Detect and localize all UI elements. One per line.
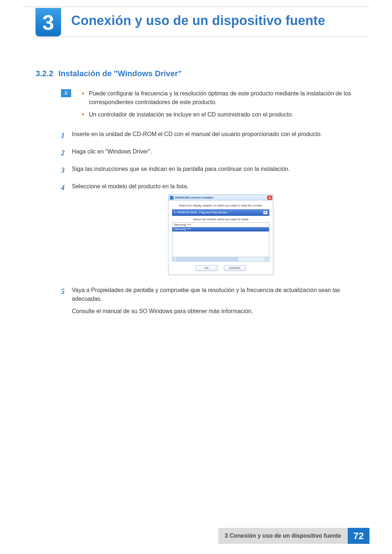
adapter-dropdown[interactable]: 1. RADEON 9550 : Plug and Play Monitor ▾ [172,209,269,216]
scroll-left-icon[interactable]: ‹ [172,257,177,261]
bullet-dot-icon [82,114,84,115]
step: 1 Inserte en la unidad de CD-ROM el CD c… [61,130,369,142]
section-title: Instalación de "Windows Driver" [58,69,182,78]
section-number: 3.2.2 [36,69,53,78]
note-bullet: Un controlador de instalación se incluye… [82,110,369,119]
close-button[interactable]: × [267,196,272,200]
cancel-button-label: CANCEL [229,266,241,270]
page-footer: 3 Conexión y uso de un dispositivo fuent… [0,528,392,544]
chapter-number: 3 [42,10,54,34]
step: 4 Seleccione el modelo del producto en l… [61,182,369,281]
note-block: K Puede configurar la frecuencia y la re… [61,89,369,123]
list-item[interactable]: Samsung **** [172,223,269,227]
step-aftertext: Consulte el manual de su SO Windows para… [72,307,369,316]
adapter-selected: 1. RADEON 9550 : Plug and Play Monitor [174,210,228,215]
scroll-right-icon[interactable]: › [265,257,269,261]
bullet-dot-icon [82,93,84,94]
step-number: 4 [61,182,70,193]
step-list: 1 Inserte en la unidad de CD-ROM el CD c… [61,130,369,319]
installer-dialog: SAMSUNG monitor installer × Select the d… [168,194,273,275]
ok-button[interactable]: OK [196,265,217,271]
chapter-underline [36,36,369,37]
note-bullet-list: Puede configurar la frecuencia y la reso… [82,89,369,123]
step-text: Haga clic en "Windows Driver". [72,147,369,156]
chapter-title: Conexión y uso de un dispositivo fuente [71,13,369,28]
chapter-number-badge: 3 [36,8,61,36]
list-item[interactable]: Samsung **** [172,227,269,231]
monitor-hint: Select the monitor which you want to ins… [172,217,269,222]
note-bullet: Puede configurar la frecuencia y la reso… [82,89,369,107]
adapter-hint: Select the display adapter on which you … [172,204,269,208]
step-number: 5 [61,286,70,297]
step-number: 3 [61,165,70,176]
app-icon [170,196,173,200]
note-bullet-text: Un controlador de instalación se incluye… [89,110,293,119]
step: 3 Siga las instrucciones que se indican … [61,165,369,177]
step-number: 1 [61,130,70,141]
step-text: Siga las instrucciones que se indican en… [72,165,369,173]
step-text: Vaya a Propiedades de pantalla y comprue… [72,286,369,303]
dialog-titlebar: SAMSUNG monitor installer × [168,195,273,201]
installer-dialog-screenshot: SAMSUNG monitor installer × Select the d… [72,194,369,275]
horizontal-scrollbar[interactable]: ‹ › [172,257,269,262]
step-number: 2 [61,147,70,158]
dialog-title: SAMSUNG monitor installer [175,196,213,200]
step: 5 Vaya a Propiedades de pantalla y compr… [61,286,369,319]
step: 2 Haga clic en "Windows Driver". [61,147,369,160]
page-number: 72 [348,528,369,544]
note-icon: K [61,89,71,97]
footer-chapter-label: 3 Conexión y uso de un dispositivo fuent… [218,528,348,544]
top-divider [23,7,369,7]
cancel-button[interactable]: CANCEL [224,265,246,271]
scrollbar-track[interactable] [177,257,265,261]
step-text: Seleccione el modelo del producto en la … [72,182,369,191]
ok-button-label: OK [204,266,209,270]
chevron-down-icon: ▾ [263,211,268,214]
scrollbar-thumb[interactable] [177,258,238,261]
section-heading: 3.2.2Instalación de "Windows Driver" [36,69,369,78]
step-text: Inserte en la unidad de CD-ROM el CD con… [72,130,369,139]
monitor-listbox[interactable]: Samsung **** Samsung **** [172,222,269,257]
note-bullet-text: Puede configurar la frecuencia y la reso… [89,89,369,107]
